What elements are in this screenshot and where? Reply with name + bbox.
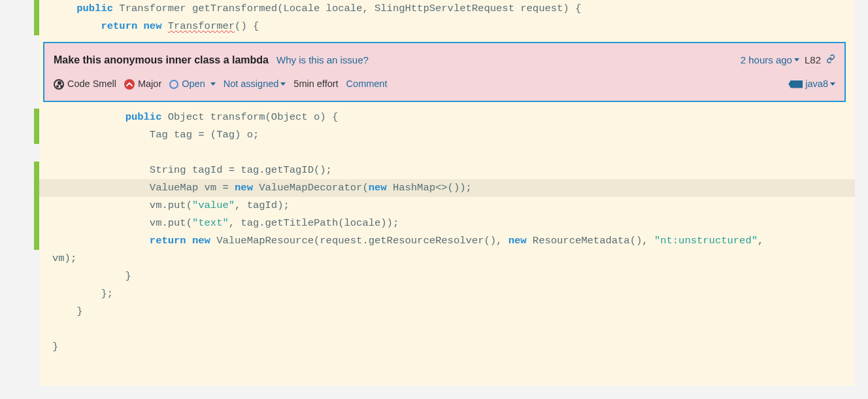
severity-major-icon xyxy=(124,79,135,90)
issue-severity: Major xyxy=(124,75,161,93)
tags-dropdown[interactable]: java8 xyxy=(788,75,835,93)
issue-status-dropdown[interactable]: Open xyxy=(169,75,215,93)
code-line: String tagId = tag.getTagID(); xyxy=(39,162,855,179)
code-viewer: public Transformer getTransformed(Locale… xyxy=(39,0,855,386)
code-line: } xyxy=(39,303,855,321)
code-line xyxy=(39,144,855,162)
chevron-down-icon xyxy=(830,82,835,86)
status-open-icon xyxy=(169,80,178,89)
chevron-down-icon xyxy=(210,82,216,86)
issue-box: Make this anonymous inner class a lambda… xyxy=(43,42,846,102)
code-line: } xyxy=(39,268,855,285)
code-smell-icon xyxy=(54,79,64,90)
line-ref: L82 xyxy=(805,51,821,69)
tags-icon xyxy=(788,80,803,88)
code-line xyxy=(39,321,855,338)
code-line: public Object transform(Object o) { xyxy=(39,109,855,126)
code-line: } xyxy=(39,338,855,356)
code-line: }; xyxy=(39,285,855,303)
comment-link[interactable]: Comment xyxy=(346,75,388,93)
code-line-highlighted: ValueMap vm = new ValueMapDecorator(new … xyxy=(39,179,855,197)
code-line: public Transformer getTransformed(Locale… xyxy=(39,0,855,18)
assignee-dropdown[interactable]: Not assigned xyxy=(224,75,286,93)
code-line: vm.put("value", tagId); xyxy=(39,197,855,215)
why-issue-link[interactable]: Why is this an issue? xyxy=(276,51,369,69)
code-line: vm.put("text", tag.getTitlePath(locale))… xyxy=(39,215,855,232)
permalink-icon[interactable] xyxy=(826,51,835,69)
issue-age-dropdown[interactable]: 2 hours ago xyxy=(741,51,799,69)
chevron-down-icon xyxy=(794,58,799,61)
effort: 5min effort xyxy=(293,75,338,93)
code-line: return new Transformer() { xyxy=(39,18,855,35)
code-line: return new ValueMapResource(request.getR… xyxy=(39,232,855,250)
issue-underline: Transformer xyxy=(168,20,235,32)
issue-type: Code Smell xyxy=(54,75,116,93)
issue-title: Make this anonymous inner class a lambda xyxy=(54,51,269,69)
code-line: vm); xyxy=(39,250,855,268)
chevron-down-icon xyxy=(280,82,286,86)
code-line: Tag tag = (Tag) o; xyxy=(39,126,855,144)
